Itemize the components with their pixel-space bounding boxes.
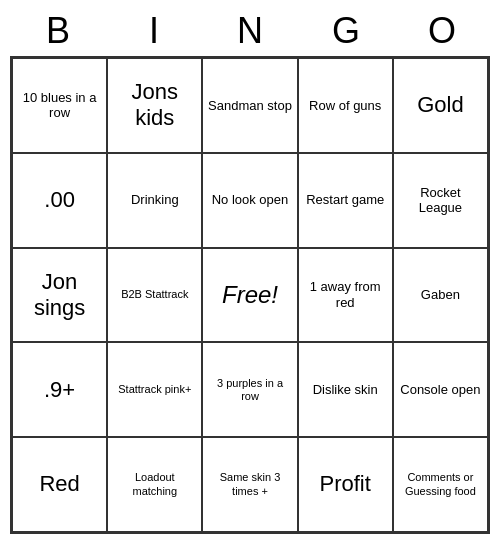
- bingo-cell-4[interactable]: Gold: [393, 58, 488, 153]
- bingo-cell-9[interactable]: Rocket League: [393, 153, 488, 248]
- bingo-cell-13[interactable]: 1 away from red: [298, 248, 393, 343]
- bingo-cell-23[interactable]: Profit: [298, 437, 393, 532]
- bingo-cell-21[interactable]: Loadout matching: [107, 437, 202, 532]
- bingo-grid: 10 blues in a rowJons kidsSandman stopRo…: [10, 56, 490, 534]
- bingo-cell-2[interactable]: Sandman stop: [202, 58, 297, 153]
- bingo-cell-12[interactable]: Free!: [202, 248, 297, 343]
- bingo-cell-20[interactable]: Red: [12, 437, 107, 532]
- letter-b: B: [18, 10, 98, 52]
- bingo-cell-3[interactable]: Row of guns: [298, 58, 393, 153]
- bingo-cell-16[interactable]: Stattrack pink+: [107, 342, 202, 437]
- bingo-cell-17[interactable]: 3 purples in a row: [202, 342, 297, 437]
- bingo-cell-11[interactable]: B2B Stattrack: [107, 248, 202, 343]
- bingo-cell-18[interactable]: Dislike skin: [298, 342, 393, 437]
- bingo-cell-15[interactable]: .9+: [12, 342, 107, 437]
- bingo-cell-5[interactable]: .00: [12, 153, 107, 248]
- bingo-cell-8[interactable]: Restart game: [298, 153, 393, 248]
- bingo-cell-7[interactable]: No look open: [202, 153, 297, 248]
- bingo-cell-22[interactable]: Same skin 3 times +: [202, 437, 297, 532]
- bingo-cell-14[interactable]: Gaben: [393, 248, 488, 343]
- letter-o: O: [402, 10, 482, 52]
- bingo-cell-19[interactable]: Console open: [393, 342, 488, 437]
- bingo-header: B I N G O: [10, 10, 490, 52]
- letter-i: I: [114, 10, 194, 52]
- letter-g: G: [306, 10, 386, 52]
- bingo-cell-24[interactable]: Comments or Guessing food: [393, 437, 488, 532]
- letter-n: N: [210, 10, 290, 52]
- bingo-cell-1[interactable]: Jons kids: [107, 58, 202, 153]
- bingo-cell-6[interactable]: Drinking: [107, 153, 202, 248]
- bingo-cell-0[interactable]: 10 blues in a row: [12, 58, 107, 153]
- bingo-cell-10[interactable]: Jon sings: [12, 248, 107, 343]
